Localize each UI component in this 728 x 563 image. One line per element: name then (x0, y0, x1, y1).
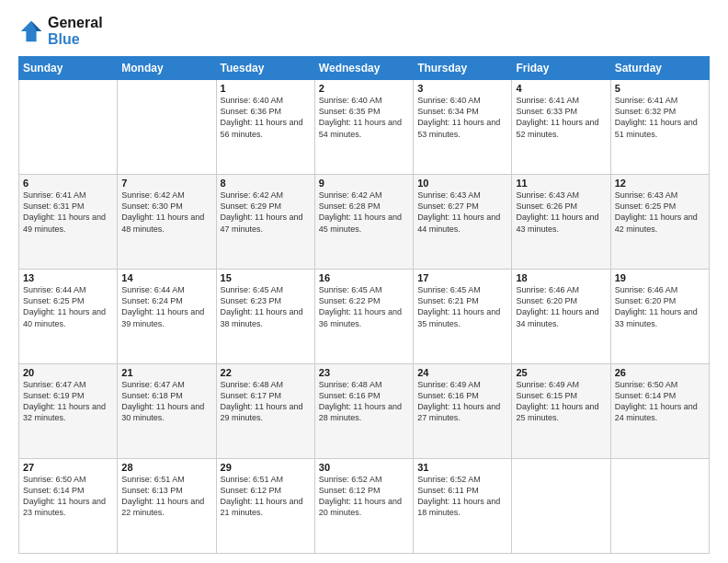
day-info: Sunrise: 6:46 AM Sunset: 6:20 PM Dayligh… (516, 284, 606, 329)
day-number: 7 (121, 178, 211, 189)
day-info: Sunrise: 6:48 AM Sunset: 6:17 PM Dayligh… (221, 379, 311, 424)
day-number: 4 (516, 83, 606, 94)
calendar-cell (19, 80, 118, 175)
day-info: Sunrise: 6:43 AM Sunset: 6:25 PM Dayligh… (615, 190, 705, 235)
day-number: 14 (121, 272, 211, 283)
logo: General Blue (18, 15, 103, 47)
day-info: Sunrise: 6:49 AM Sunset: 6:15 PM Dayligh… (516, 379, 606, 424)
weekday-header: Tuesday (216, 57, 314, 80)
day-number: 23 (319, 367, 409, 378)
day-info: Sunrise: 6:43 AM Sunset: 6:27 PM Dayligh… (417, 190, 507, 235)
day-info: Sunrise: 6:43 AM Sunset: 6:26 PM Dayligh… (516, 190, 606, 235)
day-info: Sunrise: 6:41 AM Sunset: 6:32 PM Dayligh… (615, 95, 705, 140)
day-number: 21 (121, 367, 211, 378)
day-number: 3 (417, 83, 507, 94)
calendar-week-row: 6Sunrise: 6:41 AM Sunset: 6:31 PM Daylig… (19, 175, 710, 270)
day-number: 26 (615, 367, 705, 378)
page: General Blue SundayMondayTuesdayWednesda… (0, 0, 728, 563)
logo-text: General Blue (48, 15, 103, 47)
calendar-cell: 20Sunrise: 6:47 AM Sunset: 6:19 PM Dayli… (19, 364, 118, 459)
day-number: 27 (23, 462, 113, 473)
calendar-cell: 17Sunrise: 6:45 AM Sunset: 6:21 PM Dayli… (414, 270, 512, 364)
calendar-cell: 16Sunrise: 6:45 AM Sunset: 6:22 PM Dayli… (314, 270, 413, 364)
day-info: Sunrise: 6:44 AM Sunset: 6:24 PM Dayligh… (121, 284, 211, 329)
calendar-cell (512, 459, 610, 554)
day-info: Sunrise: 6:51 AM Sunset: 6:12 PM Dayligh… (221, 474, 311, 519)
calendar-header-row: SundayMondayTuesdayWednesdayThursdayFrid… (19, 57, 710, 80)
day-number: 12 (615, 178, 705, 189)
day-number: 10 (417, 178, 507, 189)
calendar-cell: 25Sunrise: 6:49 AM Sunset: 6:15 PM Dayli… (512, 364, 610, 459)
day-info: Sunrise: 6:40 AM Sunset: 6:36 PM Dayligh… (221, 95, 311, 140)
day-info: Sunrise: 6:49 AM Sunset: 6:16 PM Dayligh… (417, 379, 507, 424)
calendar-cell: 24Sunrise: 6:49 AM Sunset: 6:16 PM Dayli… (414, 364, 512, 459)
day-info: Sunrise: 6:44 AM Sunset: 6:25 PM Dayligh… (23, 284, 113, 329)
calendar-cell: 8Sunrise: 6:42 AM Sunset: 6:29 PM Daylig… (216, 175, 314, 270)
calendar-cell: 31Sunrise: 6:52 AM Sunset: 6:11 PM Dayli… (414, 459, 512, 554)
day-number: 22 (221, 367, 311, 378)
calendar-cell: 3Sunrise: 6:40 AM Sunset: 6:34 PM Daylig… (414, 80, 512, 175)
day-info: Sunrise: 6:46 AM Sunset: 6:20 PM Dayligh… (615, 284, 705, 329)
weekday-header: Thursday (414, 57, 512, 80)
day-number: 5 (615, 83, 705, 94)
day-number: 24 (417, 367, 507, 378)
day-number: 20 (23, 367, 113, 378)
weekday-header: Friday (512, 57, 610, 80)
weekday-header: Sunday (19, 57, 118, 80)
day-info: Sunrise: 6:42 AM Sunset: 6:28 PM Dayligh… (319, 190, 409, 235)
day-info: Sunrise: 6:52 AM Sunset: 6:11 PM Dayligh… (417, 474, 507, 519)
calendar-cell: 10Sunrise: 6:43 AM Sunset: 6:27 PM Dayli… (414, 175, 512, 270)
day-number: 1 (221, 83, 311, 94)
day-info: Sunrise: 6:50 AM Sunset: 6:14 PM Dayligh… (23, 474, 113, 519)
calendar-cell: 14Sunrise: 6:44 AM Sunset: 6:24 PM Dayli… (118, 270, 216, 364)
day-number: 2 (319, 83, 409, 94)
calendar-cell: 30Sunrise: 6:52 AM Sunset: 6:12 PM Dayli… (314, 459, 413, 554)
calendar-cell: 26Sunrise: 6:50 AM Sunset: 6:14 PM Dayli… (610, 364, 709, 459)
day-number: 9 (319, 178, 409, 189)
calendar-cell: 1Sunrise: 6:40 AM Sunset: 6:36 PM Daylig… (216, 80, 314, 175)
calendar-cell: 15Sunrise: 6:45 AM Sunset: 6:23 PM Dayli… (216, 270, 314, 364)
day-number: 11 (516, 178, 606, 189)
logo-icon (18, 18, 44, 44)
day-info: Sunrise: 6:50 AM Sunset: 6:14 PM Dayligh… (615, 379, 705, 424)
calendar-week-row: 13Sunrise: 6:44 AM Sunset: 6:25 PM Dayli… (19, 270, 710, 364)
day-number: 28 (121, 462, 211, 473)
calendar-week-row: 27Sunrise: 6:50 AM Sunset: 6:14 PM Dayli… (19, 459, 710, 554)
day-info: Sunrise: 6:52 AM Sunset: 6:12 PM Dayligh… (319, 474, 409, 519)
header: General Blue (18, 15, 710, 47)
calendar-week-row: 20Sunrise: 6:47 AM Sunset: 6:19 PM Dayli… (19, 364, 710, 459)
calendar-cell: 6Sunrise: 6:41 AM Sunset: 6:31 PM Daylig… (19, 175, 118, 270)
calendar-cell (610, 459, 709, 554)
calendar-cell: 2Sunrise: 6:40 AM Sunset: 6:35 PM Daylig… (314, 80, 413, 175)
calendar-cell: 13Sunrise: 6:44 AM Sunset: 6:25 PM Dayli… (19, 270, 118, 364)
calendar-cell: 5Sunrise: 6:41 AM Sunset: 6:32 PM Daylig… (610, 80, 709, 175)
calendar-cell: 19Sunrise: 6:46 AM Sunset: 6:20 PM Dayli… (610, 270, 709, 364)
day-number: 6 (23, 178, 113, 189)
day-info: Sunrise: 6:42 AM Sunset: 6:30 PM Dayligh… (121, 190, 211, 235)
calendar-cell: 18Sunrise: 6:46 AM Sunset: 6:20 PM Dayli… (512, 270, 610, 364)
day-info: Sunrise: 6:40 AM Sunset: 6:34 PM Dayligh… (417, 95, 507, 140)
weekday-header: Monday (118, 57, 216, 80)
calendar-cell: 4Sunrise: 6:41 AM Sunset: 6:33 PM Daylig… (512, 80, 610, 175)
day-number: 18 (516, 272, 606, 283)
day-info: Sunrise: 6:40 AM Sunset: 6:35 PM Dayligh… (319, 95, 409, 140)
calendar-cell: 28Sunrise: 6:51 AM Sunset: 6:13 PM Dayli… (118, 459, 216, 554)
calendar-cell: 21Sunrise: 6:47 AM Sunset: 6:18 PM Dayli… (118, 364, 216, 459)
day-info: Sunrise: 6:47 AM Sunset: 6:18 PM Dayligh… (121, 379, 211, 424)
day-number: 29 (221, 462, 311, 473)
calendar-cell: 12Sunrise: 6:43 AM Sunset: 6:25 PM Dayli… (610, 175, 709, 270)
calendar-week-row: 1Sunrise: 6:40 AM Sunset: 6:36 PM Daylig… (19, 80, 710, 175)
calendar-cell (118, 80, 216, 175)
day-info: Sunrise: 6:48 AM Sunset: 6:16 PM Dayligh… (319, 379, 409, 424)
calendar-cell: 7Sunrise: 6:42 AM Sunset: 6:30 PM Daylig… (118, 175, 216, 270)
day-info: Sunrise: 6:45 AM Sunset: 6:23 PM Dayligh… (221, 284, 311, 329)
day-info: Sunrise: 6:45 AM Sunset: 6:21 PM Dayligh… (417, 284, 507, 329)
day-number: 13 (23, 272, 113, 283)
day-info: Sunrise: 6:47 AM Sunset: 6:19 PM Dayligh… (23, 379, 113, 424)
day-info: Sunrise: 6:42 AM Sunset: 6:29 PM Dayligh… (221, 190, 311, 235)
day-info: Sunrise: 6:51 AM Sunset: 6:13 PM Dayligh… (121, 474, 211, 519)
calendar-cell: 29Sunrise: 6:51 AM Sunset: 6:12 PM Dayli… (216, 459, 314, 554)
day-number: 16 (319, 272, 409, 283)
day-number: 15 (221, 272, 311, 283)
calendar-cell: 22Sunrise: 6:48 AM Sunset: 6:17 PM Dayli… (216, 364, 314, 459)
